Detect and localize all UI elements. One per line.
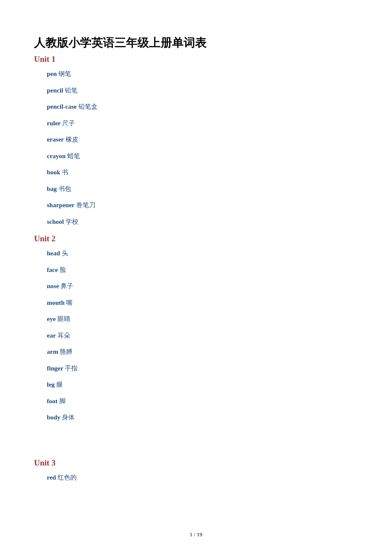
vocab-chinese: 书 [62, 169, 68, 176]
vocab-english: pencil [47, 87, 63, 94]
unit-3-section: Unit 3 red 红色的 [34, 458, 358, 482]
vocab-english: school [47, 218, 64, 225]
vocab-chinese: 脸 [60, 266, 66, 273]
list-item: book 书 [47, 168, 358, 177]
vocab-english: arm [47, 348, 58, 355]
vocab-chinese: 嘴 [66, 299, 72, 306]
vocab-english: leg [47, 381, 55, 388]
vocab-english: face [47, 266, 58, 273]
list-item: school 学校 [47, 218, 358, 226]
unit-1-vocab-list: pen 钢笔 pencil 铅笔 pencil-case 铅笔盒 ruler 尺… [34, 70, 358, 226]
vocab-english: pen [47, 70, 57, 77]
list-item: leg 腿 [47, 381, 358, 389]
unit-3-heading: Unit 3 [34, 458, 358, 468]
list-item: ruler 尺子 [47, 119, 358, 128]
list-item: arm 胳膊 [47, 348, 358, 356]
page-title: 人教版小学英语三年级上册单词表 [34, 35, 358, 50]
list-item: pen 钢笔 [47, 70, 358, 78]
list-item: eye 眼睛 [47, 315, 358, 324]
unit-1-section: Unit 1 pen 钢笔 pencil 铅笔 pencil-case 铅笔盒 … [34, 55, 358, 226]
vocab-english: sharpener [47, 202, 75, 208]
vocab-english: crayon [47, 153, 66, 159]
list-item: foot 脚 [47, 397, 358, 406]
vocab-english: foot [47, 398, 58, 405]
list-item: mouth 嘴 [47, 299, 358, 307]
unit-2-heading: Unit 2 [34, 234, 358, 243]
vocab-english: head [47, 250, 60, 257]
list-item: crayon 蜡笔 [47, 152, 358, 161]
vocab-chinese: 耳朵 [58, 332, 70, 339]
vocab-english: pencil-case [47, 103, 77, 110]
vocab-chinese: 学校 [66, 218, 78, 225]
vocab-chinese: 身体 [62, 414, 75, 421]
vocab-chinese: 卷笔刀 [76, 202, 95, 208]
list-item: bag 书包 [47, 185, 358, 194]
vocab-english: nose [47, 283, 59, 289]
unit-2-section: Unit 2 head 头 face 脸 nose 鼻子 mouth 嘴 eye… [34, 234, 358, 422]
list-item: finger 手指 [47, 364, 358, 373]
unit-1-heading: Unit 1 [34, 55, 358, 64]
unit-2-vocab-list: head 头 face 脸 nose 鼻子 mouth 嘴 eye 眼睛 ear… [34, 249, 358, 422]
vocab-chinese: 手指 [65, 365, 78, 372]
vocab-english: eye [47, 315, 56, 322]
list-item: sharpener 卷笔刀 [47, 201, 358, 210]
vocab-chinese: 铅笔盒 [78, 103, 98, 110]
list-item: pencil 铅笔 [47, 87, 358, 95]
vocab-english: finger [47, 365, 63, 372]
vocab-chinese: 腿 [56, 381, 63, 388]
vocab-english: bag [47, 185, 57, 192]
vocab-chinese: 蜡笔 [67, 153, 80, 159]
list-item: eraser 橡皮 [47, 136, 358, 144]
list-item: head 头 [47, 249, 358, 258]
list-item: face 脸 [47, 266, 358, 275]
unit-3-vocab-list: red 红色的 [34, 474, 358, 482]
page-number: 1 / 19 [0, 531, 392, 538]
vocab-chinese: 鼻子 [61, 283, 73, 289]
vocab-english: book [47, 169, 61, 176]
vocab-chinese: 书包 [58, 185, 71, 192]
vocab-english: red [47, 474, 56, 481]
vocab-english: ear [47, 332, 56, 339]
vocab-chinese: 铅笔 [65, 87, 78, 94]
vocab-chinese: 红色的 [58, 474, 77, 481]
vocab-chinese: 胳膊 [60, 348, 72, 355]
list-item: body 身体 [47, 413, 358, 422]
vocab-chinese: 尺子 [62, 120, 75, 127]
list-item: nose 鼻子 [47, 282, 358, 291]
vocab-english: body [47, 414, 61, 421]
list-item: pencil-case 铅笔盒 [47, 103, 358, 111]
list-item: red 红色的 [47, 474, 358, 482]
vocab-chinese: 脚 [59, 398, 66, 405]
vocab-chinese: 眼睛 [58, 315, 70, 322]
vocab-english: ruler [47, 120, 61, 127]
vocab-chinese: 头 [62, 250, 68, 257]
vocab-chinese: 橡皮 [66, 136, 78, 143]
vocab-chinese: 钢笔 [58, 70, 71, 77]
vocab-english: mouth [47, 299, 65, 306]
list-item: ear 耳朵 [47, 332, 358, 340]
vocab-english: eraser [47, 136, 64, 143]
